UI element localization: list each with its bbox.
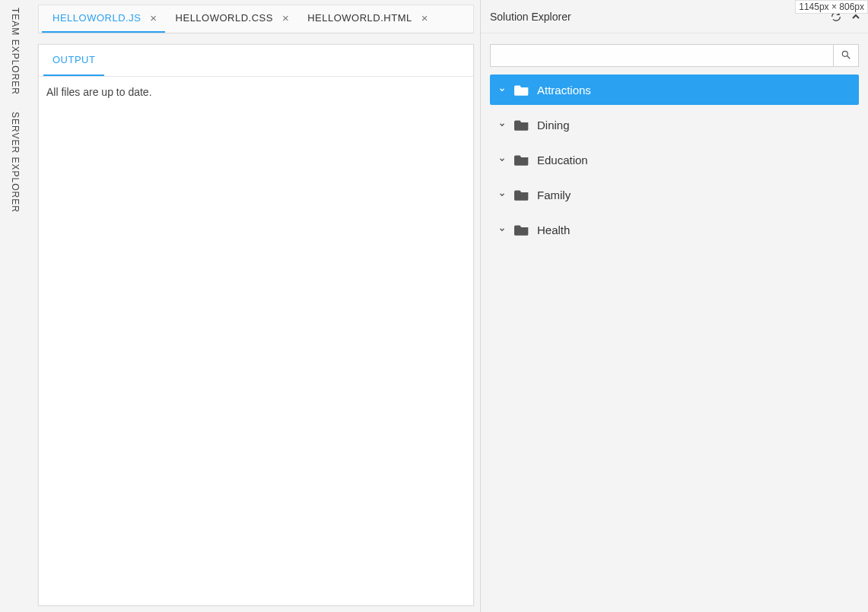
dimensions-badge: 1145px × 806px: [795, 0, 868, 14]
tree-item-label: Education: [537, 154, 588, 166]
folder-icon: [514, 84, 529, 96]
tree-item-dining[interactable]: Dining: [490, 109, 859, 140]
tree-item-attractions[interactable]: Attractions: [490, 75, 859, 105]
search-input[interactable]: [490, 44, 833, 67]
chevron-down-icon[interactable]: [498, 85, 507, 94]
solution-explorer-body: Attractions Dining: [481, 33, 868, 612]
file-tab-js[interactable]: HELLOWORLD.JS ×: [42, 4, 165, 33]
file-tab-html[interactable]: HELLOWORLD.HTML ×: [297, 4, 436, 33]
solution-tree: Attractions Dining: [490, 75, 859, 245]
tab-output[interactable]: OUTPUT: [43, 44, 104, 76]
output-body: All files are up to date.: [39, 77, 473, 605]
file-tab-css[interactable]: HELLOWORLD.CSS ×: [165, 4, 297, 33]
app-root: TEAM EXPLORER SERVER EXPLORER HELLOWORLD…: [0, 0, 868, 612]
folder-icon: [514, 119, 529, 131]
file-tab-label: HELLOWORLD.CSS: [176, 12, 273, 24]
file-tab-strip: HELLOWORLD.JS × HELLOWORLD.CSS × HELLOWO…: [38, 5, 474, 33]
tree-item-label: Attractions: [537, 84, 591, 97]
close-icon[interactable]: ×: [282, 12, 289, 24]
close-icon[interactable]: ×: [421, 12, 428, 24]
editor-column: HELLOWORLD.JS × HELLOWORLD.CSS × HELLOWO…: [30, 0, 480, 612]
inner-tab-strip: OUTPUT: [39, 45, 473, 77]
search-icon: [841, 49, 851, 62]
svg-point-0: [842, 51, 847, 56]
folder-icon: [514, 154, 529, 166]
tree-item-education[interactable]: Education: [490, 144, 859, 175]
rail-item-server-explorer[interactable]: SERVER EXPLORER: [10, 112, 21, 213]
tree-item-health[interactable]: Health: [490, 214, 859, 245]
search-row: [490, 44, 859, 67]
solution-explorer-title: Solution Explorer: [490, 11, 571, 23]
file-tab-label: HELLOWORLD.HTML: [307, 12, 412, 24]
chevron-down-icon[interactable]: [498, 225, 507, 234]
rail-item-team-explorer[interactable]: TEAM EXPLORER: [10, 8, 21, 95]
tree-item-label: Health: [537, 224, 570, 236]
tree-item-label: Dining: [537, 119, 570, 132]
chevron-down-icon[interactable]: [498, 190, 507, 199]
tree-item-family[interactable]: Family: [490, 179, 859, 210]
chevron-down-icon[interactable]: [498, 120, 507, 129]
folder-icon: [514, 224, 529, 236]
solution-explorer-panel: 1145px × 806px Solution Explorer: [480, 0, 868, 612]
folder-icon: [514, 189, 529, 201]
output-text: All files are up to date.: [46, 86, 152, 98]
chevron-down-icon[interactable]: [498, 155, 507, 164]
search-button[interactable]: [833, 44, 859, 67]
svg-line-1: [847, 55, 851, 59]
file-tab-label: HELLOWORLD.JS: [52, 12, 141, 24]
side-rail: TEAM EXPLORER SERVER EXPLORER: [0, 0, 30, 612]
tree-item-label: Family: [537, 189, 571, 201]
output-panel: OUTPUT All files are up to date.: [38, 44, 474, 606]
close-icon[interactable]: ×: [150, 12, 157, 24]
